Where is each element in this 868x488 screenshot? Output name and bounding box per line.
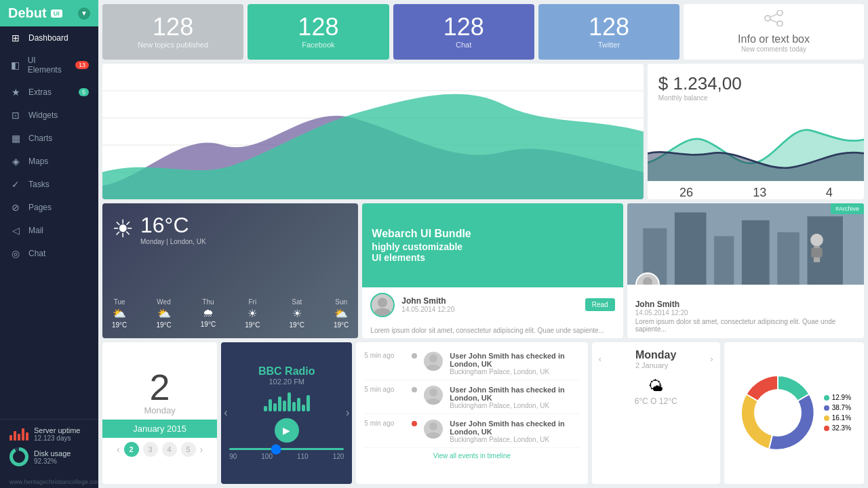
stat-card-twitter: 128 Twitter <box>538 4 679 60</box>
mini-cal-next-button[interactable]: › <box>710 354 713 364</box>
weather-day-sun: Sun ⛅ 19°C <box>334 298 349 329</box>
promo-lorem-area: Lorem ipsum dolor sit amet, consectetur … <box>362 323 623 338</box>
donut-card: 12.9% 38.7% 16.1% 32.3% <box>724 342 864 484</box>
bottom-row: 2 Monday January 2015 ‹ 2 3 4 5 › ‹ › BB… <box>102 342 864 484</box>
balance-amount: $ 1.234,00 <box>658 73 853 94</box>
mini-cal-prev-button[interactable]: ‹ <box>599 354 601 364</box>
card-row: ☀ 16°C Monday | London, UK Tue ⛅ 19°C We… <box>102 203 864 338</box>
promo-lorem: Lorem ipsum dolor sit amet, consectetur … <box>370 327 614 334</box>
blog-bottom: John Smith 14.05.2014 12:20 Lorem ipsum … <box>627 285 864 338</box>
sidebar-item-widgets[interactable]: ⊡ Widgets <box>0 104 98 127</box>
timeline-avatar-3 <box>424 420 443 439</box>
bar5 <box>26 432 28 441</box>
sidebar-item-label: Pages <box>28 203 52 212</box>
promo-top: Webarch UI Bundle highly customizable UI… <box>362 203 623 287</box>
balance-card: $ 1.234,00 Monthly balance 26 Invoice 13 <box>648 64 864 199</box>
info-box-title: Info or text box <box>738 33 810 45</box>
sidebar-item-label: Chat <box>28 249 45 258</box>
donut-pct-4: 32.3% <box>832 424 851 432</box>
day-temp-sat: 19°C <box>290 321 304 329</box>
info-box-subtitle: New comments today <box>741 45 806 53</box>
promo-read-button[interactable]: Read <box>585 298 615 311</box>
mid-row: $ 1.234,00 Monthly balance 26 Invoice 13 <box>102 64 864 199</box>
radio-next-button[interactable]: › <box>346 407 349 419</box>
radio-range-mark-110: 110 <box>297 453 309 460</box>
timeline-sub-3: Buckingham Palace, London, UK <box>450 436 579 443</box>
sidebar-item-tasks[interactable]: ✓ Tasks <box>0 173 98 196</box>
calendar-page-4[interactable]: 4 <box>162 442 177 457</box>
sidebar-logo[interactable]: Debut UI ▼ <box>0 0 98 26</box>
day-icon-sat: ☀ <box>290 307 304 320</box>
server-uptime-info: Server uptime 12.123 days <box>34 426 80 442</box>
weather-day-fri: Fri ☀ 19°C <box>245 298 260 329</box>
calendar-page-2[interactable]: 2 <box>124 442 139 457</box>
weather-day-sat: Sat ☀ 19°C <box>290 298 304 329</box>
calendar-page-3[interactable]: 3 <box>143 442 158 457</box>
radio-prev-button[interactable]: ‹ <box>224 407 227 419</box>
disk-donut-inner <box>13 451 25 463</box>
radio-range-mark-120: 120 <box>333 453 344 460</box>
sidebar-item-extras[interactable]: ★ Extras 5 <box>0 81 98 104</box>
sidebar-item-mail[interactable]: ◁ Mail <box>0 219 98 242</box>
radio-card: ‹ › BBC Radio 102.20 FM ▶ 90 100 <box>221 342 352 484</box>
sidebar-item-label: Tasks <box>28 180 50 189</box>
promo-sub: highly customizable <box>372 241 613 252</box>
sidebar-item-maps[interactable]: ◈ Maps <box>0 150 98 173</box>
stat-number-topics: 128 <box>153 15 193 39</box>
calendar-next-button[interactable]: › <box>200 444 203 455</box>
radio-slider[interactable] <box>229 448 344 450</box>
timeline-item-2: 5 min ago User John Smith has checked in… <box>364 382 579 414</box>
calendar-prev-button[interactable]: ‹ <box>117 444 120 455</box>
sidebar-item-pages[interactable]: ⊘ Pages <box>0 196 98 219</box>
timeline-time-3: 5 min ago <box>364 420 405 427</box>
sidebar-url: www.heritagechristiancollege.com <box>0 476 98 488</box>
day-icon-sun: ⛅ <box>334 307 349 320</box>
svg-point-21 <box>643 277 652 285</box>
calendar-page-5[interactable]: 5 <box>181 442 196 457</box>
sidebar-item-chat[interactable]: ◎ Chat <box>0 242 98 265</box>
donut-chart <box>737 372 818 453</box>
weather-main: ☀ 16°C Monday | London, UK <box>112 213 349 245</box>
day-name-tue: Tue <box>112 298 127 306</box>
svg-rect-14 <box>714 236 734 285</box>
balance-chart <box>648 107 864 181</box>
mini-cal-month-name: Monday <box>635 349 676 361</box>
disk-usage-value: 92.32% <box>34 458 71 465</box>
svg-point-2 <box>777 21 783 26</box>
stat-card-topics: 128 New topics published <box>102 4 243 60</box>
timeline-item-3: 5 min ago User John Smith has checked in… <box>364 415 579 448</box>
sidebar-item-ui-elements[interactable]: ◧ UI Elements 13 <box>0 49 98 81</box>
sidebar-item-label: Maps <box>28 157 48 166</box>
sidebar-item-dashboard[interactable]: ⊞ Dashboard <box>0 26 98 49</box>
disk-donut <box>9 447 28 466</box>
timeline-footer[interactable]: View all events in timeline <box>364 452 579 460</box>
svg-point-27 <box>429 422 437 430</box>
svg-point-9 <box>378 298 387 307</box>
svg-point-24 <box>427 365 440 371</box>
weather-days: Tue ⛅ 19°C Wed ⛅ 19°C Thu 🌧 19°C Fri ☀ <box>112 298 349 329</box>
stat-number-chat: 128 <box>443 15 484 39</box>
svg-point-26 <box>427 399 440 405</box>
bill-num: 13 <box>753 186 766 199</box>
calendar-month-bar: January 2015 <box>102 420 217 438</box>
svg-rect-16 <box>777 232 800 284</box>
donut-dot-3 <box>824 415 829 421</box>
widgets-icon: ⊡ <box>9 110 22 121</box>
timeline-time-2: 5 min ago <box>364 386 405 393</box>
promo-title: Webarch UI Bundle <box>372 227 613 241</box>
radio-play-button[interactable]: ▶ <box>275 418 299 443</box>
extras-badge: 5 <box>79 88 89 96</box>
sidebar-item-charts[interactable]: ▦ Charts <box>0 127 98 150</box>
ui-elements-badge: 13 <box>75 61 89 69</box>
main-chart-card <box>102 64 644 199</box>
extras-icon: ★ <box>9 87 22 98</box>
mini-cal-temp: 6°C O 12°C <box>635 396 677 406</box>
promo-person-info: John Smith 14.05.2014 12:20 <box>401 296 454 313</box>
logo-badge: UI <box>51 9 62 18</box>
stat-label-chat: Chat <box>456 41 471 49</box>
radio-range-labels: 90 100 110 120 <box>229 453 344 460</box>
sidebar-navigation: ⊞ Dashboard ◧ UI Elements 13 ★ Extras 5 … <box>0 26 98 419</box>
blog-overlay: #Archive <box>831 203 864 214</box>
radio-frequency: 102.20 FM <box>269 378 304 386</box>
logo-arrow[interactable]: ▼ <box>78 7 90 20</box>
